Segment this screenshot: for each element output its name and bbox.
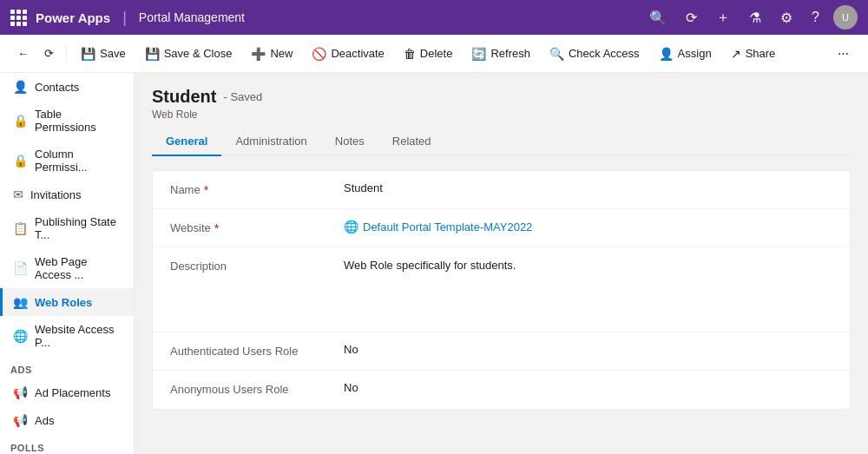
form-row-anonymous-users-role: Anonymous Users Role No bbox=[153, 371, 850, 409]
sidebar-item-publishing-state[interactable]: 📋 Publishing State T... bbox=[0, 208, 134, 248]
user-avatar[interactable]: U bbox=[833, 5, 858, 30]
name-label: Name * bbox=[170, 181, 344, 197]
module-name: Portal Management bbox=[139, 10, 245, 24]
delete-icon: 🗑 bbox=[404, 47, 416, 61]
tab-related[interactable]: Related bbox=[378, 128, 445, 156]
share-button[interactable]: ↗ Share bbox=[722, 42, 785, 66]
more-icon: ⋯ bbox=[838, 47, 849, 60]
ads-icon: 📢 bbox=[13, 413, 28, 427]
new-icon: ➕ bbox=[251, 47, 266, 61]
sidebar-item-label: Table Permissions bbox=[35, 108, 123, 134]
sidebar-item-ad-placements[interactable]: 📢 Ad Placements bbox=[0, 378, 134, 406]
record-subtitle: Web Role bbox=[152, 109, 851, 121]
app-grid-icon[interactable] bbox=[10, 10, 27, 26]
deactivate-button[interactable]: 🚫 Deactivate bbox=[303, 42, 392, 66]
anonymous-users-role-value: No bbox=[344, 381, 832, 394]
anonymous-users-role-label: Anonymous Users Role bbox=[170, 381, 344, 396]
sidebar-item-label: Invitations bbox=[30, 188, 82, 201]
reload-button[interactable]: ⟳ bbox=[37, 42, 61, 65]
form-row-website: Website * 🌐 Default Portal Template-MAY2… bbox=[153, 209, 850, 247]
record-tabs: General Administration Notes Related bbox=[152, 128, 851, 156]
record-title: Student bbox=[152, 87, 216, 107]
sidebar-item-table-permissions[interactable]: 🔒 Table Permissions bbox=[0, 101, 134, 141]
sidebar-item-web-page-access[interactable]: 📄 Web Page Access ... bbox=[0, 248, 134, 288]
delete-button[interactable]: 🗑 Delete bbox=[395, 42, 462, 66]
sidebar-item-invitations[interactable]: ✉ Invitations bbox=[0, 181, 134, 208]
sidebar-item-ads[interactable]: 📢 Ads bbox=[0, 406, 134, 434]
sidebar-item-label: Ad Placements bbox=[35, 386, 110, 399]
add-icon[interactable]: ＋ bbox=[711, 5, 735, 30]
authenticated-users-role-label: Authenticated Users Role bbox=[170, 343, 344, 358]
authenticated-users-role-value: No bbox=[344, 343, 832, 356]
assign-button[interactable]: 👤 Assign bbox=[650, 42, 720, 66]
record-header: Student - Saved Web Role bbox=[152, 87, 851, 121]
description-label: Description bbox=[170, 258, 344, 273]
sidebar-item-contacts[interactable]: 👤 Contacts bbox=[0, 73, 134, 101]
save-close-icon: 💾 bbox=[145, 47, 160, 61]
website-access-icon: 🌐 bbox=[13, 329, 28, 343]
description-textarea[interactable] bbox=[344, 258, 832, 319]
tab-general[interactable]: General bbox=[152, 128, 221, 156]
invitations-icon: ✉ bbox=[13, 188, 23, 201]
refresh-icon: 🔄 bbox=[471, 47, 486, 61]
sidebar-item-website-access[interactable]: 🌐 Website Access P... bbox=[0, 316, 134, 356]
new-button[interactable]: ➕ New bbox=[242, 42, 301, 66]
refresh-button[interactable]: 🔄 Refresh bbox=[463, 42, 539, 66]
sidebar-item-label: Publishing State T... bbox=[35, 215, 123, 241]
ad-placements-icon: 📢 bbox=[13, 385, 28, 399]
sidebar-item-web-roles[interactable]: 👥 Web Roles bbox=[0, 288, 134, 316]
column-permissions-icon: 🔒 bbox=[13, 154, 28, 168]
check-access-icon: 🔍 bbox=[549, 47, 564, 61]
main-layout: 👤 Contacts 🔒 Table Permissions 🔒 Column … bbox=[0, 73, 868, 454]
globe-icon: 🌐 bbox=[344, 220, 358, 234]
saved-badge: - Saved bbox=[223, 90, 262, 103]
back-button[interactable]: ← bbox=[10, 42, 36, 65]
save-icon: 💾 bbox=[81, 47, 95, 61]
form-row-description: Description bbox=[153, 247, 850, 332]
sidebar-item-label: Website Access P... bbox=[35, 323, 123, 349]
ads-section-header: Ads bbox=[0, 356, 134, 378]
command-bar: ← ⟳ 💾 Save 💾 Save & Close ➕ New 🚫 Deacti… bbox=[0, 35, 868, 73]
contacts-icon: 👤 bbox=[13, 80, 28, 94]
web-page-access-icon: 📄 bbox=[13, 261, 28, 275]
help-icon[interactable]: ? bbox=[806, 6, 825, 29]
reload-icon: ⟳ bbox=[44, 47, 54, 60]
form-card: Name * Student Website * 🌐 Default Porta… bbox=[152, 170, 851, 410]
sidebar: 👤 Contacts 🔒 Table Permissions 🔒 Column … bbox=[0, 73, 135, 454]
back-icon: ← bbox=[17, 47, 29, 60]
sidebar-item-label: Ads bbox=[35, 414, 54, 427]
more-button[interactable]: ⋯ bbox=[829, 42, 858, 65]
sep1 bbox=[66, 45, 67, 63]
description-value bbox=[344, 258, 832, 321]
name-required-indicator: * bbox=[204, 183, 208, 197]
search-icon[interactable]: 🔍 bbox=[644, 6, 672, 30]
sidebar-item-label: Column Permissi... bbox=[35, 148, 123, 174]
web-roles-icon: 👥 bbox=[13, 295, 28, 309]
sidebar-item-label: Contacts bbox=[35, 81, 79, 94]
polls-section-header: Polls bbox=[0, 434, 134, 454]
deactivate-icon: 🚫 bbox=[312, 47, 326, 61]
refresh-circle-icon[interactable]: ⟳ bbox=[681, 6, 702, 30]
settings-icon[interactable]: ⚙ bbox=[775, 6, 798, 30]
content-area: Student - Saved Web Role General Adminis… bbox=[135, 73, 868, 454]
sidebar-item-label: Web Page Access ... bbox=[35, 255, 123, 281]
check-access-button[interactable]: 🔍 Check Access bbox=[541, 42, 648, 66]
filter-icon[interactable]: ⚗ bbox=[744, 6, 766, 30]
tab-notes[interactable]: Notes bbox=[321, 128, 378, 156]
publishing-state-icon: 📋 bbox=[13, 221, 28, 235]
top-bar: Power Apps | Portal Management 🔍 ⟳ ＋ ⚗ ⚙… bbox=[0, 0, 868, 35]
tab-administration[interactable]: Administration bbox=[221, 128, 320, 156]
save-button[interactable]: 💾 Save bbox=[72, 42, 135, 66]
app-name: Power Apps bbox=[36, 10, 110, 25]
assign-icon: 👤 bbox=[659, 47, 674, 61]
sidebar-item-label: Web Roles bbox=[35, 296, 92, 309]
form-row-authenticated-users-role: Authenticated Users Role No bbox=[153, 332, 850, 371]
name-value: Student bbox=[344, 181, 832, 194]
website-value[interactable]: 🌐 Default Portal Template-MAY2022 bbox=[344, 220, 832, 234]
share-icon: ↗ bbox=[731, 47, 741, 61]
website-required-indicator: * bbox=[214, 221, 219, 235]
form-row-name: Name * Student bbox=[153, 171, 850, 209]
save-close-button[interactable]: 💾 Save & Close bbox=[136, 42, 241, 66]
record-title-row: Student - Saved bbox=[152, 87, 851, 107]
sidebar-item-column-permissions[interactable]: 🔒 Column Permissi... bbox=[0, 141, 134, 181]
